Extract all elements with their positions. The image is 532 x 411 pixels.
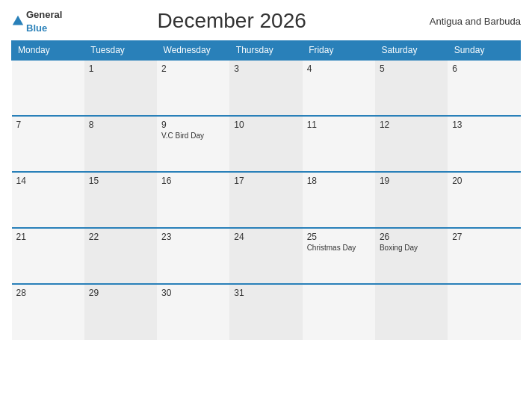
calendar-cell: 8 [84,116,157,172]
calendar-cell: 16 [157,172,229,228]
calendar-cell: 11 [303,116,375,172]
calendar-cell: 17 [229,172,302,228]
logo-icon [11,14,25,28]
day-number: 5 [380,64,443,74]
day-number: 16 [161,176,225,186]
calendar-cell: 9V.C Bird Day [157,116,229,172]
day-number: 29 [89,288,152,298]
calendar-table: MondayTuesdayWednesdayThursdayFridaySatu… [11,40,521,340]
calendar-country: Antigua and Barbuda [401,16,521,27]
calendar-cell: 31 [229,284,302,340]
calendar-cell: 1 [84,60,157,116]
calendar-cell: 29 [84,284,157,340]
day-number: 6 [452,64,516,74]
day-number: 1 [89,64,152,74]
calendar-week-row: 789V.C Bird Day10111213 [12,116,521,172]
calendar-cell [12,60,84,116]
day-number: 17 [234,176,297,186]
logo: General Blue [11,7,62,34]
calendar-cell: 27 [448,228,520,284]
day-number: 30 [161,288,225,298]
calendar-cell: 15 [84,172,157,228]
calendar-cell: 3 [229,60,302,116]
day-number: 31 [234,288,297,298]
calendar-cell: 7 [12,116,84,172]
calendar-cell: 18 [303,172,375,228]
calendar-cell [448,284,520,340]
calendar-week-row: 2122232425Christmas Day26Boxing Day27 [12,228,521,284]
calendar-header: General Blue December 2026 Antigua and B… [11,7,521,34]
calendar-week-row: 28293031 [12,284,521,340]
weekday-header: Thursday [229,41,302,61]
logo-general: General [26,9,62,20]
day-number: 15 [89,176,152,186]
holiday-name: V.C Bird Day [161,132,225,140]
calendar-cell: 30 [157,284,229,340]
calendar-cell: 28 [12,284,84,340]
day-number: 27 [452,232,516,242]
calendar-cell: 23 [157,228,229,284]
logo-blue: Blue [26,22,47,34]
svg-marker-0 [13,16,23,25]
weekday-header: Wednesday [157,41,229,61]
day-number: 26 [380,232,443,242]
calendar-cell: 13 [448,116,520,172]
day-number: 21 [16,232,80,242]
calendar-cell: 26Boxing Day [375,228,448,284]
calendar-cell: 4 [303,60,375,116]
calendar-cell [375,284,448,340]
holiday-name: Christmas Day [307,244,371,252]
calendar-page: General Blue December 2026 Antigua and B… [0,0,532,411]
holiday-name: Boxing Day [380,244,443,252]
day-number: 19 [380,176,443,186]
calendar-cell: 5 [375,60,448,116]
weekday-header: Saturday [375,41,448,61]
weekday-header: Tuesday [84,41,157,61]
day-number: 22 [89,232,152,242]
calendar-cell: 2 [157,60,229,116]
day-number: 9 [161,120,225,130]
calendar-cell: 24 [229,228,302,284]
calendar-cell: 19 [375,172,448,228]
calendar-cell: 14 [12,172,84,228]
calendar-cell: 12 [375,116,448,172]
calendar-week-row: 14151617181920 [12,172,521,228]
weekday-header-row: MondayTuesdayWednesdayThursdayFridaySatu… [12,41,521,61]
calendar-week-row: 123456 [12,60,521,116]
calendar-title: December 2026 [62,9,401,33]
day-number: 23 [161,232,225,242]
calendar-cell: 6 [448,60,520,116]
day-number: 12 [380,120,443,130]
weekday-header: Sunday [448,41,520,61]
day-number: 4 [307,64,371,74]
day-number: 28 [16,288,80,298]
day-number: 20 [452,176,516,186]
day-number: 3 [234,64,297,74]
day-number: 10 [234,120,297,130]
weekday-header: Monday [12,41,84,61]
day-number: 14 [16,176,80,186]
day-number: 25 [307,232,371,242]
day-number: 24 [234,232,297,242]
day-number: 2 [161,64,225,74]
calendar-cell: 20 [448,172,520,228]
calendar-cell: 21 [12,228,84,284]
calendar-cell: 22 [84,228,157,284]
day-number: 7 [16,120,80,130]
calendar-cell: 10 [229,116,302,172]
weekday-header: Friday [303,41,375,61]
day-number: 18 [307,176,371,186]
calendar-cell [303,284,375,340]
day-number: 11 [307,120,371,130]
calendar-cell: 25Christmas Day [303,228,375,284]
day-number: 13 [452,120,516,130]
day-number: 8 [89,120,152,130]
